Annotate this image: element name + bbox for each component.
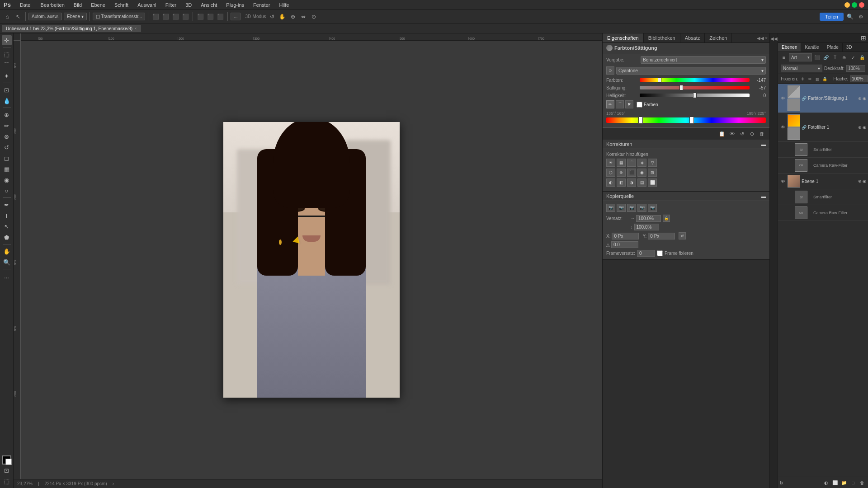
delete-layer-icon[interactable]: 🗑	[858, 479, 866, 487]
canvas-viewport[interactable]	[21, 41, 602, 479]
layer-visibility-farbton[interactable]: 👁	[780, 95, 786, 102]
path-select-tool[interactable]: ↖	[2, 221, 12, 231]
layer-extra-1[interactable]: ⊕	[858, 96, 862, 101]
eyedropper-tool[interactable]: 💧	[2, 96, 12, 106]
background-color[interactable]	[5, 459, 12, 465]
collapse-button[interactable]: ◀◀	[757, 36, 764, 41]
farbton-slider[interactable]	[640, 77, 750, 83]
menu-hilfe[interactable]: Hilfe	[277, 1, 291, 9]
layers-filter-toggle[interactable]: 🔒	[858, 53, 866, 61]
layer-visibility-cr1[interactable]	[787, 162, 793, 169]
select-tool[interactable]: ⬚	[2, 49, 12, 59]
kopier-src-5[interactable]: 📷	[648, 204, 657, 212]
add-adjustment-icon[interactable]: ◐	[822, 479, 830, 487]
layer-ebene1[interactable]: 👁 Ebene 1 ⊕ ◉	[778, 174, 868, 189]
zoom-tool[interactable]: 🔍	[2, 257, 12, 267]
gradient-tool[interactable]: ▦	[2, 164, 12, 174]
korr-mixer-icon[interactable]: ⊞	[648, 169, 657, 177]
layer-style-icon[interactable]: T	[831, 53, 839, 61]
fix-all-icon[interactable]: 🔒	[821, 76, 828, 82]
screen-mode-tool[interactable]: ⬚	[2, 476, 12, 486]
pen-tool[interactable]: ✒	[2, 200, 12, 210]
farben-checkbox[interactable]	[637, 102, 642, 108]
align-left-icon[interactable]: ⬛	[151, 12, 160, 21]
more-options-button[interactable]: ...	[231, 13, 241, 20]
h-input[interactable]	[634, 224, 659, 230]
tab-close-button[interactable]: ×	[134, 26, 137, 31]
filter-type-dropdown[interactable]: Art ▾	[789, 53, 812, 61]
layer-cameraraw-1[interactable]: CR Camera Raw-Filter	[778, 158, 868, 174]
quick-mask-tool[interactable]: ⊡	[2, 465, 12, 475]
tab-pfade[interactable]: Pfade	[823, 43, 843, 52]
tab-eigenschaften[interactable]: Eigenschaften	[603, 33, 644, 42]
korr-threshold-icon[interactable]: ◑	[627, 178, 636, 187]
maximize-button[interactable]	[852, 2, 857, 8]
layer-extra-2[interactable]: ◉	[863, 96, 866, 101]
trash-icon[interactable]: 🗑	[758, 130, 766, 138]
refresh-icon[interactable]: ↺	[679, 232, 686, 239]
blend-mode-dropdown[interactable]: Normal ▾	[781, 65, 822, 72]
range-indicator-right[interactable]	[689, 117, 694, 124]
fix-draw-icon[interactable]: ✏	[807, 76, 813, 82]
kopier-src-3[interactable]: 📷	[627, 204, 636, 212]
3d-roll-icon[interactable]: ⊙	[309, 12, 318, 21]
bi-input[interactable]	[636, 215, 661, 222]
layer-smartfilter-1[interactable]: Sf Smartfilter	[778, 142, 868, 158]
history-brush-tool[interactable]: ↺	[2, 142, 12, 152]
helligkeit-slider[interactable]	[640, 93, 750, 98]
korr-exposure-icon[interactable]: ◈	[637, 159, 646, 167]
menu-filter[interactable]: Filter	[164, 1, 178, 9]
layer-link-icon[interactable]: 🔗	[822, 53, 830, 61]
eyedrop-tool-icon[interactable]: ✖	[625, 100, 633, 108]
kopierquelle-collapse[interactable]: ▬	[761, 194, 766, 199]
3d-rotate-icon[interactable]: ↺	[268, 12, 277, 21]
layer-mask-fotofilter[interactable]	[788, 127, 800, 140]
document-tab[interactable]: Unbenannt-1 bei 23,3% (Farbton/Sättigung…	[2, 25, 141, 32]
layer-farbton[interactable]: 👁 🔗 Farbton/Sättigung 1 ⊕ ◉	[778, 84, 868, 113]
korr-vibrance-icon[interactable]: ▽	[648, 159, 657, 167]
korr-invert-icon[interactable]: ◐	[606, 178, 615, 187]
dist-3-icon[interactable]: ⬛	[216, 12, 225, 21]
shape-tool[interactable]: ⬟	[2, 232, 12, 242]
x-input[interactable]	[612, 233, 639, 239]
korr-bw-icon[interactable]: ⬛	[627, 169, 636, 177]
align-center-icon[interactable]: ⬛	[161, 12, 170, 21]
frame-fixieren-checkbox[interactable]	[657, 250, 663, 256]
korr-levels-icon[interactable]: ▦	[617, 159, 626, 167]
sattigung-thumb[interactable]	[679, 85, 683, 90]
tab-3d[interactable]: 3D	[843, 43, 856, 52]
layer-smartfilter-2[interactable]: Sf Smartfilter	[778, 189, 868, 205]
fix-art-icon[interactable]: ▤	[814, 76, 821, 82]
korr-curve-icon[interactable]: ⌒	[627, 159, 636, 167]
eraser-tool[interactable]: ◻	[2, 153, 12, 163]
korrekturen-collapse[interactable]: ▬	[761, 142, 766, 147]
vorgabe-dropdown[interactable]: Benutzerdefiniert ▾	[641, 56, 766, 64]
y-input[interactable]	[648, 233, 675, 239]
workspace-icon[interactable]: ⚙	[856, 12, 865, 21]
korr-solidcolor-icon[interactable]: ⬜	[648, 178, 657, 187]
fix-pos-icon[interactable]: ✛	[800, 76, 806, 82]
korr-hsl-icon[interactable]: ⬡	[606, 169, 615, 177]
undo-icon[interactable]: ↺	[738, 130, 746, 138]
magic-wand-tool[interactable]: ✦	[2, 71, 12, 81]
korr-colorbalance-icon[interactable]: ⊚	[617, 169, 626, 177]
crop-tool[interactable]: ⊡	[2, 85, 12, 95]
color-range-bar[interactable]	[606, 117, 766, 123]
panel-grid-icon[interactable]: ⊞	[861, 34, 866, 42]
layer-attr-icon[interactable]: ✓	[849, 53, 857, 61]
layer-fotofilter[interactable]: 👁 🔗 Fotofilter 1 ⊕ ◉	[778, 113, 868, 142]
move-tool[interactable]: ✛	[2, 35, 12, 45]
eye-icon[interactable]: 👁	[728, 130, 736, 138]
stamp-tool[interactable]: ⊗	[2, 131, 12, 141]
layer-visibility-cr2[interactable]	[787, 210, 793, 216]
sattigung-slider[interactable]	[640, 85, 750, 90]
korr-brightness-icon[interactable]: ☀	[606, 159, 615, 167]
deckkraft-input[interactable]	[846, 65, 865, 72]
add-folder-icon[interactable]: 📁	[840, 479, 848, 487]
foreground-color[interactable]	[2, 455, 11, 465]
flache-input[interactable]	[850, 75, 868, 82]
autom-button[interactable]: Autom. ausw.	[28, 13, 62, 20]
tab-zeichen[interactable]: Zeichen	[705, 33, 732, 42]
clip-icon[interactable]: 📋	[718, 130, 726, 138]
text-tool[interactable]: T	[2, 211, 12, 221]
